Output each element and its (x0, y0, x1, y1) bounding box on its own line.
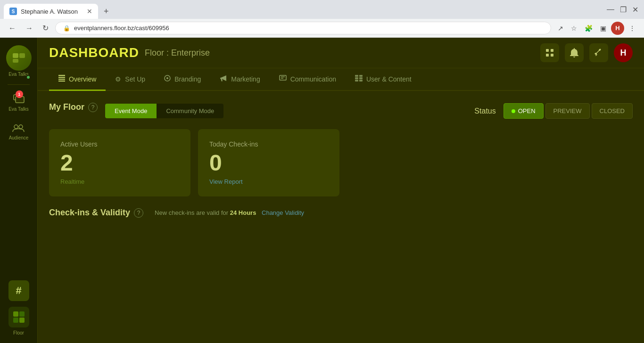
content-area: My Floor ? Event Mode Community Mode Sta… (38, 91, 644, 343)
svg-rect-0 (13, 53, 18, 58)
sidebar-hash-button[interactable]: # (8, 280, 29, 301)
today-checkins-label: Today Check-ins (209, 140, 328, 148)
window-minimize[interactable]: — (605, 3, 616, 16)
app-header: DASHBOARD Floor : Enterprise (38, 38, 644, 68)
active-users-card: Active Users 2 Realtime (49, 129, 190, 196)
grid-view-button[interactable] (540, 43, 559, 62)
tab-setup-label: Set Up (125, 75, 145, 83)
svg-point-5 (14, 125, 18, 129)
tools-button[interactable] (589, 43, 608, 62)
sidebar-floor-label: Floor (13, 330, 24, 335)
tab-user-content-label: User & Content (366, 75, 412, 83)
tab-close-button[interactable]: ✕ (87, 8, 92, 15)
header-actions: H (540, 43, 633, 62)
view-report-link[interactable]: View Report (209, 178, 328, 185)
tab-marketing[interactable]: Marketing (210, 68, 269, 91)
my-floor-help[interactable]: ? (88, 103, 98, 112)
browser-chrome: S Stephanie A. Watson ✕ + — ❐ ✕ (0, 0, 644, 19)
checkins-info: New check-ins are valid for 24 Hours Cha… (155, 209, 304, 216)
svg-rect-13 (546, 54, 549, 57)
browser-tab-active[interactable]: S Stephanie A. Watson ✕ (4, 4, 98, 19)
sidebar: Eva Talks 1 Eva Talks (0, 38, 38, 343)
svg-rect-18 (58, 81, 65, 82)
tab-branding-label: Branding (174, 75, 201, 83)
svg-rect-23 (359, 75, 363, 77)
tab-branding[interactable]: Branding (155, 68, 210, 91)
share-button[interactable]: ↗ (555, 22, 566, 35)
floor-header-row: My Floor ? Event Mode Community Mode Sta… (49, 102, 633, 120)
app-container: Eva Talks 1 Eva Talks (0, 38, 644, 343)
sidebar-item-audience[interactable]: Audience (9, 117, 29, 144)
tab-title: Stephanie A. Watson (21, 8, 78, 15)
svg-rect-17 (58, 79, 65, 80)
notifications-button[interactable] (565, 43, 584, 62)
svg-point-6 (19, 125, 23, 129)
open-label: OPEN (518, 107, 536, 114)
open-dot (512, 109, 515, 113)
tab-overview-label: Overview (69, 75, 96, 83)
active-users-label: Active Users (60, 140, 179, 148)
tab-communication[interactable]: Communication (270, 68, 346, 91)
sidebar-divider-1 (8, 84, 30, 85)
checkins-help[interactable]: ? (134, 208, 143, 218)
tab-setup[interactable]: ⚙ Set Up (106, 68, 155, 91)
checkins-header: Check-ins & Validity ? New check-ins are… (49, 208, 633, 218)
bookmark-button[interactable]: ☆ (568, 22, 580, 35)
my-floor-title: My Floor (49, 102, 84, 112)
toolbar-actions: ↗ ☆ 🧩 ▣ H ⋮ (555, 22, 638, 35)
user-avatar[interactable]: H (614, 43, 633, 62)
extension-button[interactable]: 🧩 (582, 22, 595, 35)
svg-rect-26 (355, 80, 358, 82)
active-users-value: 2 (60, 152, 179, 174)
event-mode-button[interactable]: Event Mode (105, 104, 157, 118)
talks-badge: 1 (16, 90, 23, 98)
page-title: DASHBOARD (49, 45, 139, 60)
tab-user-content[interactable]: User & Content (346, 68, 421, 91)
active-users-sublabel: Realtime (60, 178, 179, 185)
setup-icon: ⚙ (115, 75, 121, 83)
status-preview-button[interactable]: PREVIEW (545, 103, 590, 119)
tab-overview[interactable]: Overview (49, 68, 106, 91)
checkins-section: Check-ins & Validity ? New check-ins are… (49, 208, 633, 218)
refresh-button[interactable]: ↻ (40, 22, 51, 34)
sidebar-floor-button[interactable] (8, 307, 29, 327)
nav-tabs: Overview ⚙ Set Up Branding (38, 68, 644, 91)
svg-rect-25 (359, 77, 363, 79)
sidebar-audience-label: Audience (9, 135, 29, 140)
page-subtitle: Floor : Enterprise (145, 48, 210, 58)
svg-rect-10 (19, 318, 25, 323)
window-close[interactable]: ✕ (630, 3, 640, 16)
community-mode-button[interactable]: Community Mode (157, 104, 223, 118)
status-open-button[interactable]: OPEN (504, 103, 544, 119)
address-bar[interactable]: 🔒 eventplanners.floor.bz/cast/609956 (55, 22, 551, 34)
change-validity-link[interactable]: Change Validity (262, 209, 304, 216)
svg-rect-1 (19, 53, 25, 58)
profile-button[interactable]: H (611, 22, 624, 35)
sidebar-toggle[interactable]: ▣ (597, 22, 609, 35)
svg-rect-15 (58, 75, 65, 76)
main-content: DASHBOARD Floor : Enterprise (38, 38, 644, 343)
window-maximize[interactable]: ❐ (618, 3, 628, 16)
svg-rect-14 (551, 54, 553, 57)
svg-rect-8 (19, 311, 25, 317)
back-button[interactable]: ← (6, 22, 19, 34)
sidebar-item-avatar[interactable]: Eva Talks (6, 41, 32, 81)
menu-button[interactable]: ⋮ (626, 22, 638, 35)
avatar (6, 45, 32, 71)
svg-rect-7 (13, 311, 18, 317)
overview-icon (58, 75, 65, 83)
communication-icon (279, 75, 287, 83)
browser-tabs: S Stephanie A. Watson ✕ + (4, 0, 115, 19)
browser-toolbar: ← → ↻ 🔒 eventplanners.floor.bz/cast/6099… (0, 19, 644, 38)
mode-toggle: Event Mode Community Mode (105, 104, 223, 118)
svg-point-20 (166, 77, 168, 79)
window-controls: — ❐ ✕ (605, 3, 640, 16)
checkins-info-text: New check-ins are valid for (155, 209, 228, 216)
status-section: Status OPEN PREVIEW CLOSED (474, 103, 633, 119)
status-closed-button[interactable]: CLOSED (592, 103, 633, 119)
sidebar-item-talks[interactable]: 1 Eva Talks (8, 89, 29, 115)
forward-button[interactable]: → (23, 22, 36, 34)
marketing-icon (220, 75, 227, 83)
new-tab-button[interactable]: + (98, 4, 115, 19)
svg-rect-9 (13, 318, 18, 323)
